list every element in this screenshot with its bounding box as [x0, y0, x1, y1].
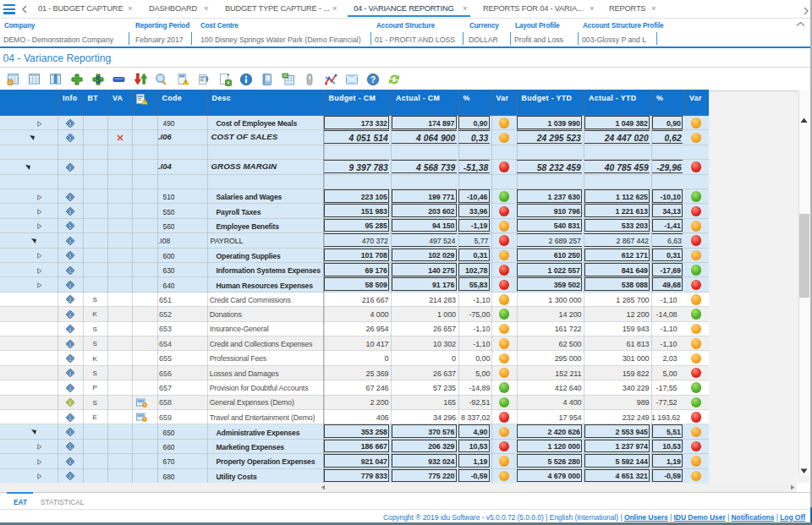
svg-text:?: ? [370, 74, 376, 85]
svg-text:$: $ [96, 74, 101, 85]
